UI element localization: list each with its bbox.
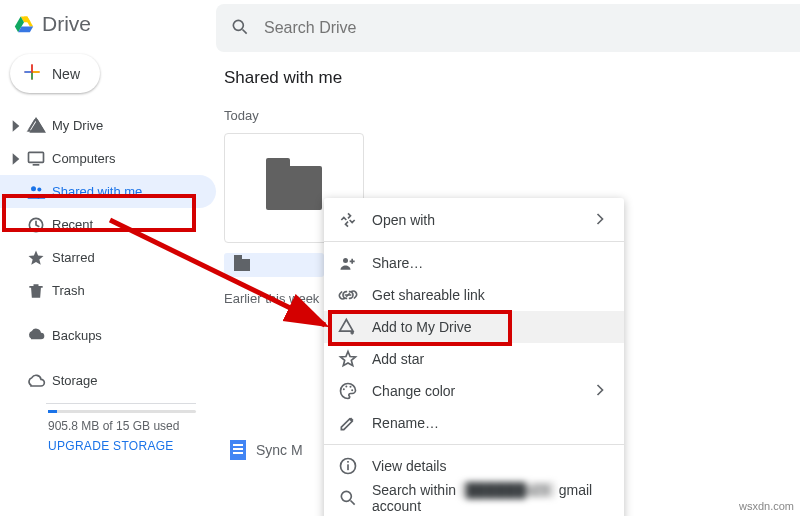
doc-name: Sync M (256, 442, 303, 458)
ctx-label: Add to My Drive (372, 319, 472, 335)
folder-icon (266, 166, 322, 210)
star-add-icon (338, 349, 358, 369)
svg-rect-22 (347, 461, 349, 463)
trash-icon (24, 281, 48, 301)
svg-rect-21 (347, 464, 349, 470)
upgrade-storage-link[interactable]: UPGRADE STORAGE (48, 439, 196, 453)
ctx-view-details[interactable]: View details (324, 450, 624, 482)
brand: Drive (0, 8, 216, 46)
svg-rect-8 (33, 71, 40, 73)
context-menu: Open with Share… Get shareable link Add … (324, 198, 624, 516)
folder-small-icon (234, 259, 250, 271)
ctx-label: Search within ██████o23 gmail account (372, 482, 610, 514)
sidebar-item-computers[interactable]: Computers (0, 142, 216, 175)
link-icon (338, 285, 358, 305)
svg-point-12 (37, 187, 41, 191)
selected-folder-row[interactable] (224, 253, 324, 277)
svg-point-15 (343, 258, 348, 263)
ctx-label: Share… (372, 255, 423, 271)
svg-rect-7 (25, 71, 32, 73)
svg-point-11 (31, 186, 36, 191)
shared-icon (24, 182, 48, 202)
ctx-label: Open with (372, 212, 435, 228)
sidebar-item-label: Computers (52, 151, 116, 166)
nav-list: My Drive Computers Shared with me Recent (0, 109, 216, 307)
cloud-icon (24, 371, 48, 391)
sidebar-item-shared-with-me[interactable]: Shared with me (0, 175, 216, 208)
sidebar-item-trash[interactable]: Trash (0, 274, 216, 307)
svg-rect-9 (29, 152, 44, 162)
search-small-icon (338, 488, 358, 508)
expand-icon[interactable] (6, 116, 20, 136)
svg-point-23 (341, 491, 351, 501)
recent-icon (24, 215, 48, 235)
drive-logo-icon (14, 14, 34, 34)
nav-list-2: Backups (0, 319, 216, 352)
sidebar-item-my-drive[interactable]: My Drive (0, 109, 216, 142)
ctx-label: Add star (372, 351, 424, 367)
svg-point-17 (345, 385, 347, 387)
palette-icon (338, 381, 358, 401)
ctx-rename[interactable]: Rename… (324, 407, 624, 439)
search-input[interactable] (264, 19, 786, 37)
watermark: wsxdn.com (739, 500, 794, 512)
group-today-label: Today (224, 108, 800, 123)
sidebar-item-label: Backups (52, 328, 102, 343)
chevron-right-icon (590, 380, 610, 403)
new-button-label: New (52, 66, 80, 82)
plus-icon (22, 62, 42, 85)
ctx-add-to-my-drive[interactable]: Add to My Drive (324, 311, 624, 343)
sidebar-item-backups[interactable]: Backups (0, 319, 216, 352)
share-icon (338, 253, 358, 273)
backups-icon (24, 326, 48, 346)
svg-rect-10 (33, 164, 40, 166)
ctx-change-color[interactable]: Change color (324, 375, 624, 407)
star-icon (24, 248, 48, 268)
svg-point-18 (350, 386, 352, 388)
sidebar-item-label: Starred (52, 250, 95, 265)
rename-icon (338, 413, 358, 433)
brand-title: Drive (42, 12, 91, 36)
storage-bar (48, 410, 196, 413)
svg-rect-5 (31, 65, 33, 72)
storage-block: 905.8 MB of 15 GB used UPGRADE STORAGE (0, 403, 216, 453)
sidebar-item-label: Shared with me (52, 184, 142, 199)
nav-list-3: Storage (0, 364, 216, 397)
search-icon[interactable] (230, 17, 250, 40)
storage-used-text: 905.8 MB of 15 GB used (48, 419, 196, 433)
computers-icon (24, 149, 48, 169)
ctx-share[interactable]: Share… (324, 247, 624, 279)
expand-icon[interactable] (6, 149, 20, 169)
drive-add-icon (338, 317, 358, 337)
ctx-label: View details (372, 458, 446, 474)
ctx-get-link[interactable]: Get shareable link (324, 279, 624, 311)
ctx-label: Get shareable link (372, 287, 485, 303)
ctx-label: Rename… (372, 415, 439, 431)
sidebar-item-storage[interactable]: Storage (0, 364, 216, 397)
search-bar[interactable] (216, 4, 800, 52)
sidebar: Drive New My Drive Computers Shared (0, 0, 216, 516)
svg-point-19 (351, 389, 353, 391)
my-drive-icon (24, 116, 48, 136)
info-icon (338, 456, 358, 476)
new-button[interactable]: New (10, 54, 100, 93)
sidebar-item-label: Storage (52, 373, 98, 388)
open-with-icon (338, 210, 358, 230)
sidebar-item-label: Trash (52, 283, 85, 298)
google-doc-icon (230, 440, 246, 460)
ctx-open-with[interactable]: Open with (324, 204, 624, 236)
sidebar-item-label: My Drive (52, 118, 103, 133)
ctx-search-within[interactable]: Search within ██████o23 gmail account (324, 482, 624, 514)
svg-rect-6 (31, 73, 33, 80)
ctx-label: Change color (372, 383, 455, 399)
sidebar-item-label: Recent (52, 217, 93, 232)
app-root: Drive New My Drive Computers Shared (0, 0, 800, 516)
page-title: Shared with me (224, 68, 800, 88)
ctx-add-star[interactable]: Add star (324, 343, 624, 375)
svg-point-16 (343, 388, 345, 390)
sidebar-item-recent[interactable]: Recent (0, 208, 216, 241)
svg-point-14 (233, 20, 243, 30)
chevron-right-icon (590, 209, 610, 232)
sidebar-item-starred[interactable]: Starred (0, 241, 216, 274)
